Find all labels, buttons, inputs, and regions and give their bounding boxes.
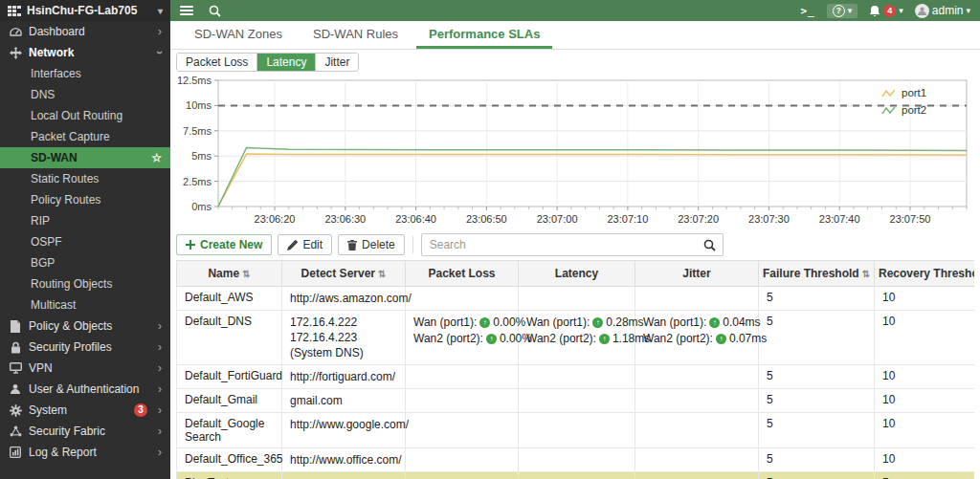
- username-label: admin: [932, 4, 964, 17]
- svg-text:23:06:40: 23:06:40: [395, 213, 436, 225]
- main-panel: >_ ? ▾ 4 ▾ admin ▾: [170, 0, 980, 479]
- sidebar-item-user-authentication[interactable]: User & Authentication›: [0, 379, 170, 400]
- sidebar-item-system[interactable]: System3›: [0, 400, 170, 421]
- metric-line: Wan2 (port2):↑0.00%: [413, 331, 510, 347]
- create-new-button[interactable]: Create New: [176, 234, 272, 255]
- sidebar-item-bgp[interactable]: BGP: [0, 252, 170, 273]
- sidebar-item-ospf[interactable]: OSPF: [0, 231, 170, 252]
- sidebar-item-label: Policy & Objects: [29, 319, 112, 333]
- table-row-default-gmail[interactable]: Default_Gmailgmail.com510: [177, 389, 975, 413]
- cell-failure-threshold: 5: [759, 413, 875, 448]
- notifications-button[interactable]: 4 ▾: [869, 5, 903, 17]
- device-selector[interactable]: HsinChu-FG-Lab705 ▾: [0, 0, 170, 21]
- status-up-icon: ↑: [709, 317, 720, 328]
- table-row-pingtest[interactable]: PingTest168.95.1.18.8.8.8Wan (port1):↑0.…: [177, 472, 975, 479]
- system-icon: [9, 404, 22, 417]
- tab-sd-wan-rules[interactable]: SD-WAN Rules: [301, 21, 411, 49]
- sidebar-item-label: SD-WAN: [31, 151, 78, 164]
- sidebar-item-security-profiles[interactable]: Security Profiles›: [0, 337, 170, 358]
- column-label: Name: [208, 267, 239, 280]
- cell-recovery-threshold: 10: [875, 389, 975, 413]
- svg-text:port2: port2: [902, 104, 926, 116]
- column-label: Packet Loss: [428, 267, 495, 280]
- metric-line: Wan (port1):↑0.00%: [413, 315, 510, 331]
- sidebar-item-log-report[interactable]: Log & Report›: [0, 442, 170, 463]
- svg-text:2.5ms: 2.5ms: [183, 176, 212, 187]
- help-menu-button[interactable]: ? ▾: [827, 4, 858, 18]
- sidebar-menu: Dashboard›Network›InterfacesDNSLocal Out…: [0, 21, 170, 463]
- cell-jitter: [635, 365, 759, 389]
- sidebar-item-network[interactable]: Network›: [0, 42, 170, 63]
- table-search: [421, 233, 724, 256]
- favorite-star-icon[interactable]: ☆: [151, 151, 162, 164]
- sidebar-item-security-fabric[interactable]: Security Fabric›: [0, 421, 170, 442]
- tab-sd-wan-zones[interactable]: SD-WAN Zones: [182, 21, 295, 49]
- table-row-default-google-search[interactable]: Default_Google Searchhttp://www.google.c…: [177, 413, 975, 448]
- table-row-default-office-365[interactable]: Default_Office_365http://www.office.com/…: [177, 448, 975, 472]
- global-search-icon[interactable]: [209, 5, 221, 17]
- metric-toggle-packet-loss[interactable]: Packet Loss: [177, 54, 257, 71]
- status-up-icon: ↑: [592, 317, 603, 328]
- sidebar-item-dashboard[interactable]: Dashboard›: [0, 21, 170, 42]
- sidebar-item-rip[interactable]: RIP: [0, 210, 170, 231]
- hamburger-menu-icon[interactable]: [180, 6, 193, 15]
- sidebar-item-label: OSPF: [31, 235, 62, 249]
- svg-text:23:06:30: 23:06:30: [324, 213, 366, 225]
- chevron-right-icon: ›: [158, 362, 162, 374]
- cell-packet-loss: [406, 365, 519, 389]
- search-submit-button[interactable]: [698, 234, 723, 255]
- search-input[interactable]: [422, 238, 698, 251]
- sidebar-item-sd-wan[interactable]: SD-WAN☆: [0, 147, 170, 168]
- notification-count-badge: 4: [883, 5, 896, 17]
- sidebar-item-packet-capture[interactable]: Packet Capture: [0, 126, 170, 147]
- content-area: Packet LossLatencyJitter 0ms2.5ms5ms7.5m…: [170, 50, 980, 479]
- sidebar-item-label: Security Fabric: [29, 425, 105, 438]
- user-menu-button[interactable]: admin ▾: [915, 4, 970, 18]
- sidebar-item-interfaces[interactable]: Interfaces: [0, 63, 170, 84]
- svg-text:23:07:50: 23:07:50: [890, 213, 931, 225]
- network-icon: [9, 47, 22, 59]
- cell-name: Default_DNS: [177, 311, 282, 365]
- cell-failure-threshold: 5: [759, 448, 875, 472]
- column-header-recovery-threshold[interactable]: Recovery Threshold⇅: [875, 261, 975, 287]
- sidebar-item-dns[interactable]: DNS: [0, 84, 170, 105]
- sidebar-item-label: VPN: [29, 361, 53, 375]
- tab-performance-slas[interactable]: Performance SLAs: [416, 21, 552, 49]
- sidebar-item-routing-objects[interactable]: Routing Objects: [0, 273, 170, 294]
- column-header-failure-threshold[interactable]: Failure Threshold⇅: [759, 261, 875, 287]
- cli-console-icon[interactable]: >_: [800, 5, 814, 17]
- delete-button[interactable]: Delete: [338, 234, 405, 255]
- sidebar-item-policy-objects[interactable]: Policy & Objects›: [0, 316, 170, 337]
- cell-recovery-threshold: 10: [875, 287, 975, 311]
- column-header-detect-server[interactable]: Detect Server⇅: [282, 261, 406, 287]
- sidebar-item-label: Packet Capture: [31, 130, 110, 143]
- column-header-name[interactable]: Name⇅: [177, 261, 282, 287]
- sidebar-item-multicast[interactable]: Multicast: [0, 294, 170, 316]
- table-row-default-dns[interactable]: Default_DNS172.16.4.222172.16.4.223(Syst…: [177, 311, 975, 365]
- bell-icon: [869, 5, 880, 17]
- help-icon: ?: [833, 5, 845, 17]
- chevron-right-icon: ›: [158, 425, 162, 437]
- sidebar-item-label: Dashboard: [29, 25, 85, 38]
- sidebar-item-vpn[interactable]: VPN›: [0, 358, 170, 379]
- table-row-default-aws[interactable]: Default_AWShttp://aws.amazon.com/510: [177, 287, 975, 311]
- cell-jitter: [635, 448, 759, 472]
- cell-jitter: Wan (port1):↑0.04msWan2 (port2):↑0.07ms: [635, 311, 759, 365]
- sidebar-item-label: Interfaces: [31, 67, 81, 80]
- metric-line: Wan (port1):↑0.28ms: [526, 315, 627, 331]
- metric-toggle-latency[interactable]: Latency: [257, 54, 316, 71]
- alert-count-badge: 3: [134, 403, 147, 417]
- cell-jitter: [635, 287, 759, 311]
- sidebar-item-label: Network: [29, 46, 74, 59]
- sidebar-item-static-routes[interactable]: Static Routes: [0, 168, 170, 189]
- sidebar-item-policy-routes[interactable]: Policy Routes: [0, 189, 170, 210]
- edit-button[interactable]: Edit: [278, 234, 332, 255]
- cell-detect-server: 168.95.1.18.8.8.8: [282, 472, 406, 479]
- cell-detect-server: gmail.com: [282, 389, 406, 413]
- metric-toggle-jitter[interactable]: Jitter: [316, 54, 358, 71]
- chevron-down-icon: ▾: [899, 6, 903, 15]
- cell-recovery-threshold: 10: [875, 311, 975, 365]
- sidebar-item-local-out-routing[interactable]: Local Out Routing: [0, 105, 170, 126]
- status-up-icon: ↑: [479, 317, 490, 328]
- table-row-default-fortiguard[interactable]: Default_FortiGuardhttp://fortiguard.com/…: [177, 365, 975, 389]
